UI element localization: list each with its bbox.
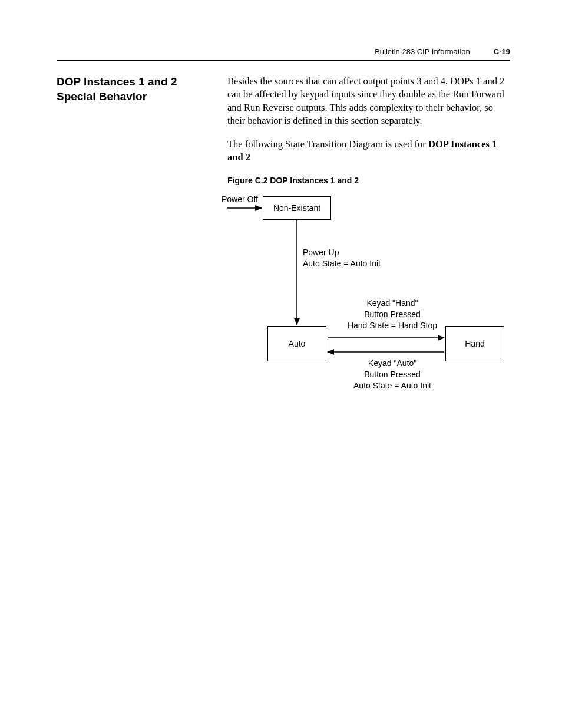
label-to-auto-line1: Keyad "Auto" [368, 358, 416, 368]
state-hand: Hand [445, 326, 504, 361]
label-power-up-line2: Auto State = Auto Init [303, 259, 381, 268]
running-header: Bulletin 283 CIP Information C-19 [57, 47, 510, 61]
body-paragraph-1: Besides the sources that can affect outp… [227, 75, 510, 127]
label-to-hand: Keyad "Hand" Button Pressed Hand State =… [339, 298, 445, 331]
state-auto: Auto [267, 326, 326, 361]
section-heading: DOP Instances 1 and 2 Special Behavior [57, 75, 216, 104]
body-paragraph-2: The following State Transition Diagram i… [227, 138, 510, 164]
label-to-hand-line3: Hand State = Hand Stop [348, 321, 437, 330]
label-power-up-line1: Power Up [303, 248, 339, 257]
state-diagram: Power Off Non-Existant Power Up Auto Sta… [222, 194, 510, 394]
label-to-auto-line2: Button Pressed [364, 370, 421, 379]
label-to-hand-line1: Keyad "Hand" [367, 298, 418, 308]
label-to-hand-line2: Button Pressed [364, 309, 421, 319]
running-header-title: Bulletin 283 CIP Information [375, 47, 470, 56]
label-power-off: Power Off [222, 194, 258, 205]
state-non-existant-label: Non-Existant [273, 203, 320, 214]
state-auto-label: Auto [289, 338, 306, 350]
state-non-existant: Non-Existant [263, 196, 331, 220]
state-hand-label: Hand [465, 338, 484, 350]
label-to-auto-line3: Auto State = Auto Init [353, 381, 431, 390]
label-to-auto: Keyad "Auto" Button Pressed Auto State =… [339, 358, 445, 391]
label-power-up: Power Up Auto State = Auto Init [303, 247, 381, 269]
running-header-page: C-19 [494, 47, 510, 56]
body-paragraph-2-lead: The following State Transition Diagram i… [227, 139, 428, 150]
figure-caption: Figure C.2 DOP Instances 1 and 2 [227, 175, 510, 186]
